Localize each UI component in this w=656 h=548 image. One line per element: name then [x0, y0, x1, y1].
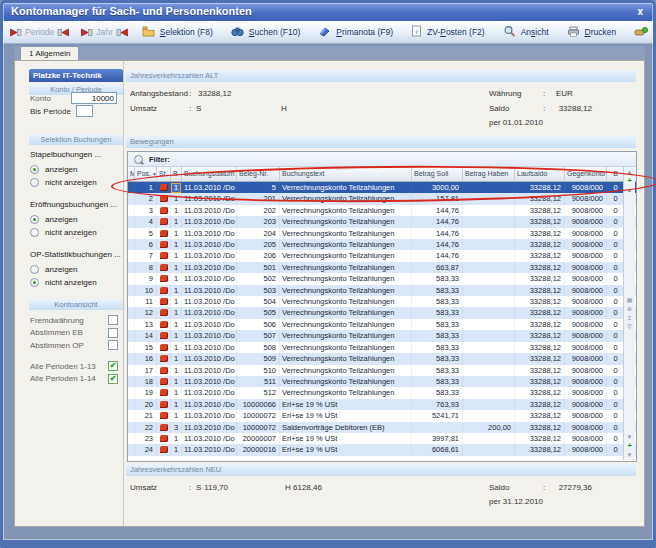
title-bar[interactable]: Kontomanager für Sach- und Personenkonte… — [3, 3, 653, 21]
periode-prev-button[interactable] — [9, 28, 22, 37]
radio-selected-icon[interactable] — [30, 278, 39, 287]
column-header-m[interactable]: M — [128, 167, 135, 181]
checkbox-unchecked-icon[interactable] — [108, 315, 118, 325]
radio-selected-icon[interactable] — [30, 215, 39, 224]
cell: 9008/000 — [565, 285, 607, 296]
table-row[interactable]: 20111.03.2010 /Do10000066Erl+se 19 % USt… — [128, 399, 636, 410]
table-row[interactable]: 5111.03.2010 /Do204Verrechnungskonto Tei… — [128, 228, 636, 239]
checkbox-row[interactable]: Alle Perioden 1-14✔ — [30, 373, 118, 386]
toolbar-button-printer[interactable]: Drucken — [563, 21, 623, 43]
toolbar-button-book[interactable]: Primanota (F9) — [314, 21, 399, 43]
checkbox-checked-icon[interactable]: ✔ — [108, 374, 118, 384]
cell: 5241,71 — [412, 410, 463, 421]
table-row[interactable]: 9111.03.2010 /Do502Verrechnungskonto Tei… — [128, 273, 636, 284]
table-row[interactable]: 6111.03.2010 /Do205Verrechnungskonto Tei… — [128, 239, 636, 250]
filter-row[interactable]: Filter: — [128, 152, 636, 167]
filter-magnifier-icon — [134, 155, 143, 164]
column-header-b[interactable]: B — [171, 167, 182, 181]
radio-option[interactable]: anzeigen — [30, 213, 122, 226]
table-row[interactable]: 4111.03.2010 /Do203Verrechnungskonto Tei… — [128, 216, 636, 227]
column-header-betrag-soll[interactable]: Betrag Soll — [412, 167, 463, 181]
sum-icon[interactable]: Σ — [628, 315, 632, 321]
column-header-buchungstext[interactable]: Buchungstext — [280, 167, 412, 181]
table-row[interactable]: 16111.03.2010 /Do509Verrechnungskonto Te… — [128, 353, 636, 364]
radio-option[interactable]: nicht anzeigen — [30, 176, 122, 189]
checkbox-unchecked-icon[interactable] — [108, 340, 118, 350]
filter-funnel-icon[interactable]: ∇ — [627, 324, 631, 330]
radio-option[interactable]: nicht anzeigen — [30, 276, 122, 289]
cell: 33288,12 — [515, 353, 565, 364]
table-row[interactable]: 3111.03.2010 /Do202Verrechnungskonto Tei… — [128, 205, 636, 216]
table-row[interactable]: 18111.03.2010 /Do511Verrechnungskonto Te… — [128, 376, 636, 387]
cell: 11.03.2010 /Do — [182, 330, 237, 341]
column-header-buchungsdatum[interactable]: Buchungsdatum — [182, 167, 237, 181]
jahr-next-button[interactable] — [116, 28, 129, 37]
periode-next-button[interactable] — [57, 28, 70, 37]
table-row[interactable]: 14111.03.2010 /Do507Verrechnungskonto Te… — [128, 330, 636, 341]
checkbox-row[interactable]: Fremdwährung — [30, 314, 118, 327]
column-header-gegenkonto[interactable]: Gegenkonto — [565, 167, 607, 181]
table-row[interactable]: 8111.03.2010 /Do501Verrechnungskonto Tei… — [128, 262, 636, 273]
table-row[interactable]: 24111.03.2010 /Do20000016Erl+se 19 % USt… — [128, 444, 636, 455]
konto-input[interactable]: 10000 — [71, 92, 117, 104]
toolbar-button-document[interactable]: iZV-Posten (F2) — [407, 21, 491, 43]
table-row[interactable]: 13111.03.2010 /Do506Verrechnungskonto Te… — [128, 319, 636, 330]
table-row[interactable]: 7111.03.2010 /Do206Verrechnungskonto Tei… — [128, 250, 636, 261]
toolbar-button-extras[interactable]: Extras — [630, 21, 656, 43]
jahr-prev-button[interactable] — [80, 28, 93, 37]
binoculars-icon — [231, 23, 244, 41]
table-row[interactable]: 21111.03.2010 /Do10000072Erl+se 19 % USt… — [128, 410, 636, 421]
radio-unselected-icon[interactable] — [30, 228, 39, 237]
zoom-icon[interactable]: ⊕ — [627, 306, 632, 312]
toolbar-button-binoculars[interactable]: Suchen (F10) — [227, 21, 307, 43]
row-add2-icon[interactable]: + — [627, 443, 632, 449]
checkbox-row[interactable]: Alle Perioden 1-13✔ — [30, 360, 118, 373]
column-header-st-[interactable]: St. — [157, 167, 171, 181]
column-header-betrag-haben[interactable]: Betrag Haben — [463, 167, 515, 181]
table-row[interactable]: 17111.03.2010 /Do510Verrechnungskonto Te… — [128, 365, 636, 376]
grid-view-icon[interactable]: ▦ — [627, 297, 633, 303]
table-row[interactable]: 23111.03.2010 /Do20000007Erl+se 19 % USt… — [128, 433, 636, 444]
bis-periode-input[interactable] — [76, 105, 93, 117]
focused-cell-box: 1 — [171, 183, 181, 193]
table-row[interactable]: 19111.03.2010 /Do512Verrechnungskonto Te… — [128, 387, 636, 398]
scroll-up-icon[interactable]: ▲ — [627, 187, 633, 193]
checkbox-row[interactable]: Abstimmen OP — [30, 339, 118, 352]
column-header-laufsaldo[interactable]: Laufsaldo — [515, 167, 565, 181]
radio-unselected-icon[interactable] — [30, 265, 39, 274]
cell — [128, 353, 135, 364]
checkbox-unchecked-icon[interactable] — [108, 328, 118, 338]
grid-scroll-strip[interactable]: ▲+▲▦⊕Σ∇▼+▼ — [623, 167, 635, 460]
selektion-groups: Stapelbuchungen ...anzeigennicht anzeige… — [30, 150, 122, 300]
table-row[interactable]: 1111.03.2010 /Do5Verrechnungskonto Teilz… — [128, 182, 636, 193]
radio-option[interactable]: nicht anzeigen — [30, 226, 122, 239]
table-row[interactable]: 15111.03.2010 /Do508Verrechnungskonto Te… — [128, 342, 636, 353]
toolbar-button-magnifier[interactable]: Ansicht — [499, 21, 555, 43]
column-header-pos-[interactable]: Pos.▼ — [135, 167, 157, 181]
table-row[interactable]: 2111.03.2010 /Do201Verrechnungskonto Tei… — [128, 193, 636, 204]
column-header-beleg-nr-[interactable]: Beleg-Nr. — [237, 167, 280, 181]
scroll-top-icon[interactable]: ▲ — [627, 169, 633, 175]
scroll-down-icon[interactable]: ▼ — [627, 434, 633, 440]
radio-selected-icon[interactable] — [30, 165, 39, 174]
cell: 1 — [171, 216, 182, 227]
toolbar-button-folder[interactable]: Selektion (F8) — [138, 21, 219, 43]
cell: 33288,12 — [515, 239, 565, 250]
scroll-bottom-icon[interactable]: ▼ — [627, 452, 633, 458]
checkbox-row[interactable]: Abstimmen EB — [30, 327, 118, 340]
cell: 583,33 — [412, 307, 463, 318]
cell — [128, 399, 135, 410]
radio-option[interactable]: anzeigen — [30, 263, 122, 276]
checkbox-checked-icon[interactable]: ✔ — [108, 361, 118, 371]
radio-unselected-icon[interactable] — [30, 178, 39, 187]
table-row[interactable]: 22311.03.2010 /Do10000072Saldenvorträge … — [128, 422, 636, 433]
table-row[interactable]: 10111.03.2010 /Do503Verrechnungskonto Te… — [128, 285, 636, 296]
table-row[interactable]: 11111.03.2010 /Do504Verrechnungskonto Te… — [128, 296, 636, 307]
cell: 11.03.2010 /Do — [182, 342, 237, 353]
table-row[interactable]: 12111.03.2010 /Do505Verrechnungskonto Te… — [128, 307, 636, 318]
tab-allgemein[interactable]: 1 Allgemein — [20, 46, 79, 60]
close-button[interactable]: x — [637, 5, 643, 19]
radio-option[interactable]: anzeigen — [30, 163, 122, 176]
row-add-icon[interactable]: + — [627, 178, 632, 184]
cell: 20000007 — [237, 433, 280, 444]
